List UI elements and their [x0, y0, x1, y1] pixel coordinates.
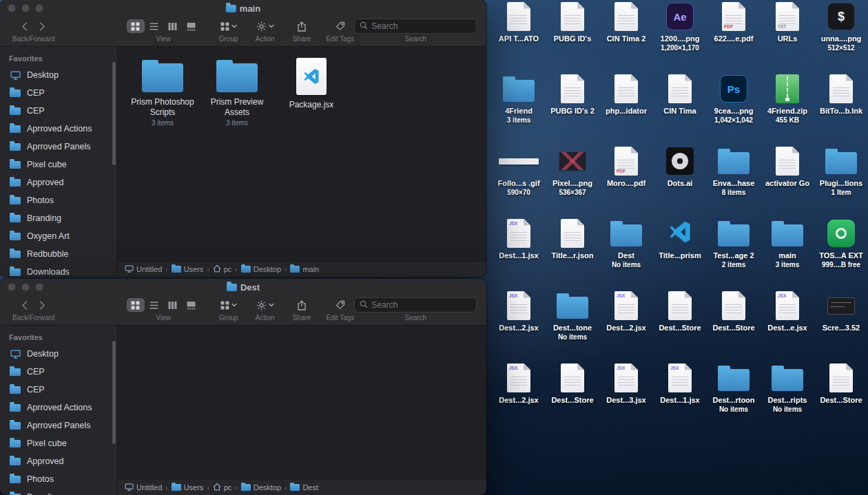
breadcrumb-pc[interactable]: pc: [213, 264, 232, 274]
forward-button[interactable]: [34, 297, 52, 313]
desktop-icon-dots-ai[interactable]: Dots.ai: [653, 146, 707, 188]
desktop-icon-dest-2-jsx[interactable]: JSXDest...2.jsx: [492, 363, 546, 405]
edit-tags-button[interactable]: [333, 297, 347, 313]
sidebar-item-photos[interactable]: Photos: [4, 470, 113, 488]
view-list-button[interactable]: [145, 298, 163, 312]
desktop-icon-plugi-tions[interactable]: Plugi...tions1 Item: [814, 146, 868, 196]
sidebar-item-cep[interactable]: CEP: [4, 84, 113, 102]
search-field[interactable]: [354, 19, 477, 34]
file-content-area[interactable]: [118, 326, 486, 479]
desktop-icon-4friend[interactable]: 4Friend3 items: [492, 74, 546, 124]
sidebar-scrollbar[interactable]: [112, 62, 116, 165]
desktop-icon-tos-a-ext[interactable]: TOS...A EXT999....B free: [814, 218, 868, 268]
sidebar-item-aprroved-panels[interactable]: Aprroved Panels: [4, 417, 113, 434]
breadcrumb-users[interactable]: Users: [172, 265, 204, 273]
file-content-area[interactable]: Prism Photoshop Scripts3 itemsPrism Prev…: [118, 47, 486, 261]
desktop-icon-activator-go[interactable]: activator Go: [761, 146, 814, 188]
desktop-icon-follo-s-gif[interactable]: Follo...s .gif590×70: [492, 146, 546, 196]
search-field[interactable]: [354, 297, 477, 313]
sidebar-item-desktop[interactable]: Desktop: [4, 66, 113, 84]
sidebar-item-redbubble[interactable]: Redbubble: [4, 245, 113, 263]
desktop-icon-dest-1-jsx[interactable]: JSXDest...1.jsx: [492, 218, 546, 260]
sidebar-item-pixel-cube[interactable]: Pixel cube: [4, 434, 113, 452]
desktop-icon-cin-tima-2[interactable]: CIN Tima 2: [599, 1, 653, 43]
search-input[interactable]: [371, 21, 471, 31]
desktop-icon-enva-hase[interactable]: Enva...hase8 items: [707, 146, 761, 196]
file-item-prism-preview-assets[interactable]: Prism Preview Assets3 items: [200, 58, 273, 127]
file-item-package-jsx[interactable]: Package.jsx: [275, 58, 348, 110]
sidebar-item-aprroved-actions[interactable]: Aprroved Actions: [4, 120, 113, 138]
desktop-icon-bitto-b-lnk[interactable]: BitTo...b.lnk: [814, 74, 868, 116]
desktop-icon-php-idator[interactable]: php...idator: [599, 74, 653, 116]
sidebar-item-approved[interactable]: Approved: [4, 452, 113, 470]
sidebar-item-cep[interactable]: CEP: [4, 381, 113, 399]
edit-tags-button[interactable]: [333, 19, 347, 34]
desktop-icon-dest-2-jsx[interactable]: JSXDest...2.jsx: [492, 291, 546, 333]
window-titlebar[interactable]: main: [0, 0, 486, 17]
desktop-icon-title-r-json[interactable]: Title...r.json: [546, 218, 599, 260]
close-button[interactable]: [8, 4, 16, 12]
sidebar-item-downloads[interactable]: Downloads: [4, 263, 113, 277]
group-button[interactable]: [218, 297, 239, 313]
view-columns-button[interactable]: [164, 298, 182, 312]
action-button[interactable]: [254, 19, 276, 34]
sidebar-item-photos[interactable]: Photos: [4, 191, 113, 209]
desktop-icon-dest-1-jsx[interactable]: JSXDest...1.jsx: [653, 363, 707, 405]
breadcrumb-dest[interactable]: Dest: [290, 483, 318, 492]
sidebar-item-cep[interactable]: CEP: [4, 363, 113, 381]
group-button[interactable]: [218, 19, 239, 34]
desktop-icon-pubg-id-s[interactable]: PUBG ID's: [546, 1, 599, 43]
desktop-icon-dest[interactable]: DestNo items: [599, 218, 653, 268]
window-titlebar[interactable]: Dest: [0, 279, 486, 295]
minimize-button[interactable]: [21, 283, 30, 291]
view-list-button[interactable]: [145, 19, 163, 33]
sidebar-item-pixel-cube[interactable]: Pixel cube: [4, 156, 113, 173]
view-gallery-button[interactable]: [183, 19, 200, 33]
file-item-prism-photoshop-scripts[interactable]: Prism Photoshop Scripts3 items: [126, 58, 199, 127]
sidebar-item-aprroved-panels[interactable]: Aprroved Panels: [4, 138, 113, 156]
desktop-icon-9cea-png[interactable]: Ps9cea....png1,042×1,042: [707, 74, 761, 124]
desktop-icon-dest-2-jsx[interactable]: JSXDest...2.jsx: [599, 291, 653, 333]
view-icons-button[interactable]: [127, 298, 145, 312]
zoom-button[interactable]: [35, 4, 43, 12]
desktop-icon-pubg-id-s-2[interactable]: PUBG ID's 2: [546, 74, 599, 116]
desktop-icon-pixel-png[interactable]: Pixel....png536×367: [546, 146, 599, 196]
desktop-icon-1200-png[interactable]: Ae1200....png1,200×1,170: [653, 1, 707, 52]
share-button[interactable]: [295, 297, 309, 313]
sidebar-item-oxygen-art[interactable]: Oxygen Art: [4, 227, 113, 245]
desktop-icon-dest-store[interactable]: Dest...Store: [546, 363, 599, 405]
desktop-icon-title-prism[interactable]: Title...prism: [653, 218, 707, 260]
breadcrumb-desktop[interactable]: Desktop: [241, 483, 281, 492]
sidebar-item-cep[interactable]: CEP: [4, 102, 113, 120]
desktop-icon-api-t-ato[interactable]: API T...ATO: [492, 1, 546, 43]
desktop-icon-main[interactable]: main3 items: [761, 218, 814, 268]
view-columns-button[interactable]: [164, 19, 182, 33]
breadcrumb-untitled[interactable]: Untitled: [125, 265, 162, 274]
search-input[interactable]: [371, 300, 471, 310]
breadcrumb-pc[interactable]: pc: [213, 483, 232, 492]
desktop-icon-dest-e-jsx[interactable]: JSXDest...e.jsx: [761, 291, 814, 333]
view-icons-button[interactable]: [127, 19, 145, 33]
desktop-icon-622-e-pdf[interactable]: PDF622....e.pdf: [707, 1, 761, 43]
desktop-icon-dest-store[interactable]: Dest...Store: [653, 291, 707, 333]
breadcrumb-untitled[interactable]: Untitled: [125, 483, 162, 492]
desktop-icon-dest-store[interactable]: Dest...Store: [814, 363, 868, 405]
back-button[interactable]: [16, 19, 34, 34]
desktop-icon-scre-3-52[interactable]: Scre...3.52: [814, 291, 868, 333]
forward-button[interactable]: [34, 19, 52, 34]
breadcrumb-main[interactable]: main: [290, 265, 319, 273]
desktop-icon-unna-png[interactable]: $unna....png512×512: [814, 1, 868, 52]
desktop-icon-cin-tima[interactable]: CIN Tima: [653, 74, 707, 116]
desktop-icon-moro-pdf[interactable]: PDFMoro....pdf: [599, 146, 653, 188]
sidebar-item-aprroved-actions[interactable]: Aprroved Actions: [4, 399, 113, 417]
view-gallery-button[interactable]: [183, 298, 200, 312]
back-button[interactable]: [16, 297, 34, 313]
desktop-icon-dest-ripts[interactable]: Dest...riptsNo items: [761, 363, 814, 413]
action-button[interactable]: [254, 297, 276, 313]
desktop-icon-dest-3-jsx[interactable]: JSXDest...3.jsx: [599, 363, 653, 405]
desktop-icon-dest-store[interactable]: Dest...Store: [707, 291, 761, 333]
desktop-icon-test-age-2[interactable]: Test...age 22 items: [707, 218, 761, 268]
zoom-button[interactable]: [35, 283, 43, 291]
breadcrumb-desktop[interactable]: Desktop: [241, 265, 281, 273]
sidebar-item-desktop[interactable]: Desktop: [4, 345, 113, 363]
